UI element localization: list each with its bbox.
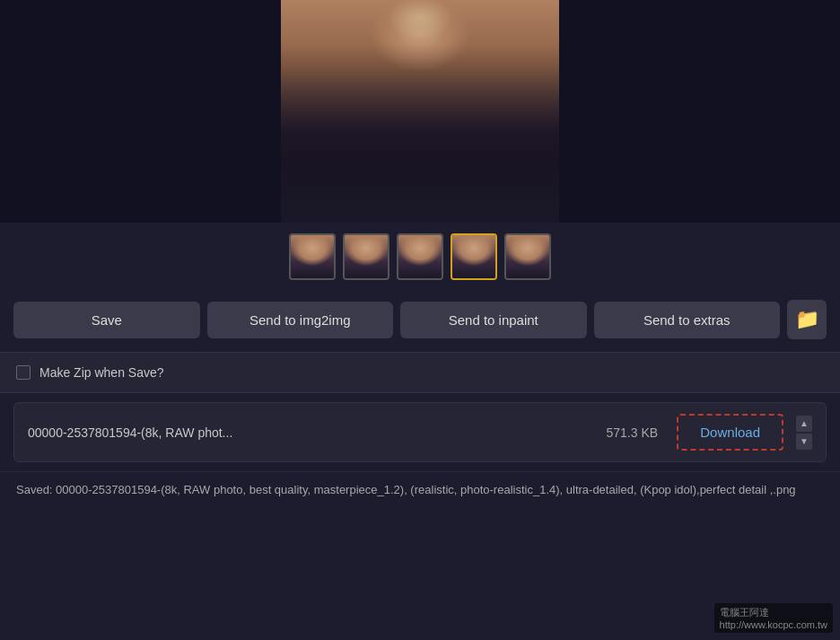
make-zip-row: Make Zip when Save? bbox=[0, 352, 840, 393]
saved-text: Saved: 00000-2537801594-(8k, RAW photo, … bbox=[16, 483, 796, 496]
scroll-down-button[interactable]: ▼ bbox=[796, 434, 812, 450]
send-img2img-button[interactable]: Send to img2img bbox=[207, 302, 394, 338]
file-list-container: 00000-2537801594-(8k, RAW phot... 571.3 … bbox=[0, 402, 840, 462]
file-row: 00000-2537801594-(8k, RAW phot... 571.3 … bbox=[13, 402, 827, 462]
file-name: 00000-2537801594-(8k, RAW phot... bbox=[28, 425, 587, 440]
save-button[interactable]: Save bbox=[13, 302, 200, 338]
action-buttons-row: Save Send to img2img Send to inpaint Sen… bbox=[0, 291, 840, 348]
watermark: 電腦王阿達 http://www.kocpc.com.tw bbox=[714, 603, 833, 633]
image-area bbox=[0, 0, 840, 223]
folder-icon: 📁 bbox=[795, 308, 819, 331]
watermark-url: http://www.kocpc.com.tw bbox=[720, 619, 827, 630]
saved-info: Saved: 00000-2537801594-(8k, RAW photo, … bbox=[0, 471, 840, 507]
thumbnail-0[interactable] bbox=[289, 233, 336, 280]
thumbnail-3[interactable] bbox=[451, 233, 497, 280]
scroll-up-button[interactable]: ▲ bbox=[796, 416, 812, 432]
thumbnail-4[interactable] bbox=[504, 233, 551, 280]
thumbnail-strip bbox=[0, 223, 840, 291]
main-image bbox=[281, 0, 559, 223]
main-container: Save Send to img2img Send to inpaint Sen… bbox=[0, 0, 840, 640]
download-button[interactable]: Download bbox=[677, 414, 783, 451]
watermark-text: 電腦王阿達 bbox=[720, 607, 769, 618]
folder-button[interactable]: 📁 bbox=[787, 300, 827, 339]
file-size: 571.3 KB bbox=[596, 425, 668, 440]
send-inpaint-button[interactable]: Send to inpaint bbox=[400, 302, 587, 338]
make-zip-checkbox[interactable] bbox=[16, 365, 31, 380]
thumbnail-1[interactable] bbox=[343, 233, 389, 280]
scrollbar: ▲ ▼ bbox=[796, 416, 812, 450]
make-zip-label: Make Zip when Save? bbox=[39, 365, 164, 380]
send-extras-button[interactable]: Send to extras bbox=[594, 302, 781, 338]
thumbnail-2[interactable] bbox=[397, 233, 443, 280]
